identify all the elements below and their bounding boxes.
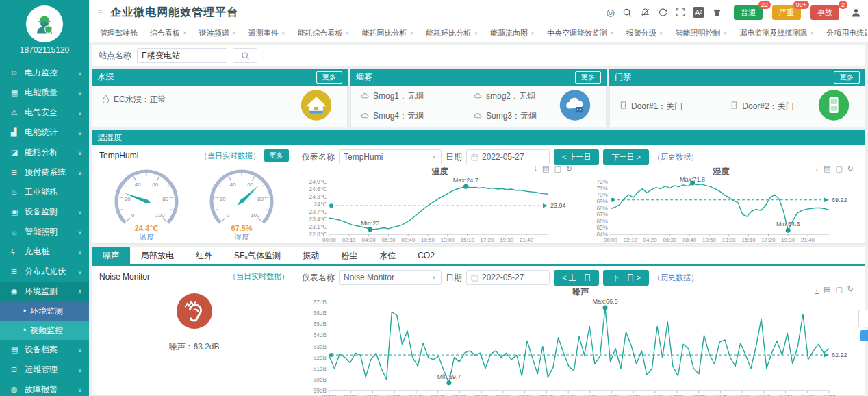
restore-icon[interactable]: ▢ — [835, 285, 842, 294]
nav-tab[interactable]: 能耗综合看板× — [292, 26, 355, 40]
close-tab-icon[interactable]: × — [724, 29, 728, 37]
fullscreen-icon[interactable] — [676, 8, 685, 17]
notification-off-icon[interactable] — [640, 8, 650, 18]
close-tab-icon[interactable]: × — [232, 29, 236, 37]
env-tab[interactable]: CO2 — [407, 247, 446, 264]
drag-handle-icon — [861, 319, 866, 319]
download-icon[interactable]: ↓ — [815, 285, 819, 294]
smoke-more-button[interactable]: 更多 — [575, 71, 601, 84]
env-tab[interactable]: 局部放电 — [130, 247, 185, 264]
sidebar-item[interactable]: ▣设备监测∨ — [0, 202, 89, 222]
sidebar-subitem[interactable]: •视频监控 — [0, 321, 89, 340]
close-tab-icon[interactable]: × — [810, 29, 814, 37]
close-tab-icon[interactable]: × — [659, 29, 663, 37]
sidebar-item[interactable]: ⊞分布式光伏∨ — [0, 262, 89, 282]
next-day-button[interactable]: 下一日 > — [603, 270, 648, 286]
data-view-icon[interactable]: ▤ — [824, 285, 830, 294]
close-tab-icon[interactable]: × — [474, 29, 478, 37]
sidebar-item[interactable]: ◪能耗分析∨ — [0, 143, 89, 162]
svg-text:14:45: 14:45 — [670, 393, 685, 396]
env-tab[interactable]: 噪声 — [92, 247, 130, 264]
prev-day-button[interactable]: < 上一日 — [554, 149, 599, 165]
env-tab[interactable]: 水位 — [368, 247, 407, 264]
alarm-label: 普通 — [741, 8, 756, 16]
close-tab-icon[interactable]: × — [531, 29, 535, 37]
alarm-level-button[interactable]: 事故2 — [810, 5, 839, 20]
nav-tab[interactable]: 能源流向图× — [485, 26, 540, 40]
nav-tab[interactable]: 能耗环比分析× — [420, 26, 483, 40]
chart-refresh-icon[interactable]: ↻ — [847, 164, 854, 173]
edge-toggle[interactable] — [860, 330, 868, 341]
nav-tab[interactable]: 分项用电统计× — [821, 26, 868, 40]
download-icon[interactable]: ↓ — [815, 164, 819, 173]
close-tab-icon[interactable]: × — [183, 29, 187, 37]
download-icon[interactable]: ↓ — [533, 164, 537, 173]
alarm-level-button[interactable]: 普通22 — [734, 5, 763, 20]
nav-tab[interactable]: 智能照明控制× — [670, 26, 733, 40]
sidebar-item[interactable]: ▟电能统计∨ — [0, 123, 89, 143]
restore-icon[interactable]: ▢ — [835, 164, 842, 173]
meter-select[interactable]: Noise Monitor▼ — [339, 270, 442, 285]
temphumi-more-button[interactable]: 更多 — [264, 149, 289, 162]
side-drawer-handle[interactable] — [858, 310, 868, 327]
env-tab[interactable]: SF₆气体监测 — [223, 247, 292, 264]
data-view-icon[interactable]: ▤ — [542, 164, 549, 173]
nav-tab[interactable]: 报警分级× — [621, 26, 669, 40]
water-more-button[interactable]: 更多 — [316, 71, 342, 84]
nav-tab[interactable]: 综合看板× — [144, 26, 192, 40]
chevron-down-icon: ∨ — [77, 129, 82, 136]
meter-select[interactable]: TempHumi▼ — [339, 149, 442, 164]
chart-refresh-icon[interactable]: ↻ — [847, 285, 854, 294]
font-size-icon[interactable]: A² — [693, 7, 704, 18]
prev-day-button[interactable]: < 上一日 — [554, 270, 599, 286]
close-tab-icon[interactable]: × — [610, 29, 614, 37]
close-tab-icon[interactable]: × — [281, 29, 285, 37]
chart-refresh-icon[interactable]: ↻ — [566, 164, 572, 173]
site-name-input[interactable] — [137, 48, 227, 63]
nav-tab[interactable]: 中央空调能效监测× — [541, 26, 620, 40]
user-icon[interactable] — [851, 8, 861, 17]
nav-tab[interactable]: 管理驾驶舱 — [94, 26, 143, 40]
restore-icon[interactable]: ▢ — [554, 164, 561, 173]
env-tab[interactable]: 振动 — [292, 247, 330, 264]
close-tab-icon[interactable]: × — [409, 29, 413, 37]
data-view-icon[interactable]: ▤ — [824, 164, 830, 173]
history-data-label: （历史数据） — [653, 273, 698, 283]
sidebar-item[interactable]: ☼智能照明∨ — [0, 222, 89, 242]
nav-tab[interactable]: 能耗同比分析× — [356, 26, 419, 40]
sidebar-item[interactable]: ◉环境监测∧ — [0, 282, 89, 301]
sidebar-item[interactable]: ♨工业能耗 — [0, 182, 89, 202]
close-tab-icon[interactable]: × — [346, 29, 350, 37]
sidebar-item[interactable]: ⊡运维管理∨ — [0, 360, 89, 380]
sidebar-item[interactable]: ⊕电力监控∨ — [0, 63, 89, 83]
target-icon[interactable]: ◎ — [607, 7, 615, 18]
sidebar-item[interactable]: ⊟预付费系统∨ — [0, 162, 89, 182]
date-picker[interactable]: 2022-05-27 — [466, 270, 550, 285]
nav-tab[interactable]: 漏电监测及线缆测温× — [734, 26, 819, 40]
date-picker[interactable]: 2022-05-27 — [466, 149, 550, 164]
next-day-button[interactable]: 下一日 > — [603, 149, 648, 165]
nav-tab[interactable]: 谐波频谱× — [194, 26, 242, 40]
search-icon[interactable] — [622, 8, 633, 18]
sidebar-item[interactable]: ϟ充电桩∨ — [0, 242, 89, 262]
env-tab[interactable]: 粉尘 — [330, 247, 368, 264]
sidebar-item[interactable]: ▤设备档案∨ — [0, 340, 89, 360]
theme-icon[interactable] — [712, 8, 722, 17]
sidebar-item[interactable]: ⚠电气安全∨ — [0, 103, 89, 123]
sidebar-item[interactable]: ◍故障报警∨ — [0, 380, 89, 396]
env-tab[interactable]: 红外 — [185, 247, 223, 264]
refresh-icon[interactable] — [658, 8, 668, 18]
site-search-button[interactable] — [233, 48, 257, 63]
svg-text:09:20: 09:20 — [561, 393, 576, 396]
sidebar-item[interactable]: ▦电能质量∨ — [0, 83, 89, 103]
distributed-pv-icon: ⊞ — [11, 267, 25, 276]
alarm-label: 事故 — [817, 8, 832, 16]
alarm-level-button[interactable]: 严重99+ — [772, 5, 801, 20]
hamburger-icon[interactable]: ≡ — [97, 6, 103, 18]
nav-tab[interactable]: 遥测事件× — [243, 26, 291, 40]
humidity-gauge: 02040608010067.5%湿度 — [201, 163, 283, 240]
door-more-button[interactable]: 更多 — [834, 71, 860, 84]
svg-text:21:40: 21:40 — [520, 237, 534, 243]
sidebar-subitem[interactable]: •环境监测 — [0, 301, 89, 321]
svg-text:71%: 71% — [596, 185, 608, 192]
